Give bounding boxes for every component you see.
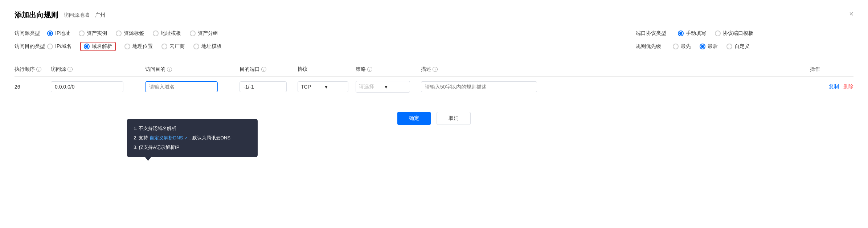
tooltip-item-3: 3. 仅支持A记录解析IP (134, 143, 251, 152)
divider (15, 60, 853, 60)
cancel-button[interactable]: 取消 (437, 112, 471, 125)
radio-label-dest-geo: 地理位置 (132, 43, 153, 50)
radio-priority-custom[interactable]: 自定义 (726, 43, 750, 50)
radio-label-dest-domain-resolve: 域名解析 (92, 43, 112, 50)
radio-source-resource-tag[interactable]: 资源标签 (116, 30, 144, 37)
radio-circle-dest-domain-resolve (84, 44, 90, 49)
radio-circle-priority-first (673, 44, 679, 49)
table-row: 26 TCP ▼ 请选择 ▼ (15, 77, 853, 97)
form-row-dest-type: 访问目的类型 IP/域名 域名解析 地理位置 (15, 42, 853, 51)
radio-dest-geo[interactable]: 地理位置 (124, 43, 153, 50)
td-order: 26 (15, 84, 51, 90)
th-order-label: 执行顺序 (15, 66, 35, 73)
radio-label-priority-last: 最后 (708, 43, 718, 50)
dialog-header: 添加出向规则 访问源地域 广州 × (15, 10, 853, 20)
radio-circle-resource-tag (116, 30, 122, 36)
priority-label: 规则优先级 (636, 43, 661, 50)
radio-circle-priority-custom (726, 44, 732, 49)
th-port: 目的端口 i (239, 66, 298, 73)
radio-label-address-template: 地址模板 (161, 30, 181, 37)
radio-label-port-manual: 手动填写 (686, 30, 706, 37)
radio-source-ip[interactable]: IP地址 (47, 30, 70, 37)
subtitle-label: 访问源地域 (64, 12, 89, 19)
dest-type-radio-group: IP/域名 域名解析 地理位置 云厂商 (47, 42, 222, 51)
th-order: 执行顺序 i (15, 66, 51, 73)
radio-dest-cloud-vendor[interactable]: 云厂商 (161, 43, 185, 50)
port-info-icon[interactable]: i (261, 67, 266, 72)
subtitle-value: 广州 (95, 12, 105, 19)
tooltip-box: 1. 不支持泛域名解析 2. 支持 自定义解析DNS，默认为腾讯云DNS 3. … (127, 119, 258, 157)
td-source (51, 81, 145, 92)
source-type-radio-group: IP地址 资产实例 资源标签 地址模板 资产分组 (47, 30, 218, 37)
th-proto-label: 协议 (298, 66, 308, 73)
port-input[interactable] (239, 81, 287, 92)
radio-label-priority-first: 最先 (681, 43, 691, 50)
dest-input[interactable] (145, 81, 218, 92)
radio-label-asset-instance: 资产实例 (87, 30, 107, 37)
radio-priority-first[interactable]: 最先 (673, 43, 691, 50)
radio-label-asset-group: 资产分组 (198, 30, 218, 37)
td-desc (421, 81, 810, 92)
radio-circle-asset-group (190, 30, 196, 36)
th-strategy-label: 策略 (356, 66, 366, 73)
th-port-label: 目的端口 (239, 66, 260, 73)
radio-label-dest-ip-domain: IP/域名 (55, 43, 71, 50)
delete-link[interactable]: 删除 (843, 84, 853, 90)
radio-circle-dest-address-template (193, 44, 199, 49)
copy-link[interactable]: 复制 (829, 84, 839, 90)
protocol-select[interactable]: TCP ▼ (298, 81, 348, 92)
radio-circle-ip (47, 30, 53, 36)
priority-radio-group: 最先 最后 自定义 (673, 43, 750, 50)
radio-source-asset-group[interactable]: 资产分组 (190, 30, 218, 37)
radio-dest-ip-domain[interactable]: IP/域名 (47, 43, 71, 50)
th-desc: 描述 i (421, 66, 810, 73)
dest-type-label: 访问目的类型 (15, 43, 47, 50)
td-proto: TCP ▼ (298, 81, 356, 92)
dialog-title: 添加出向规则 (15, 10, 58, 20)
radio-circle-port-manual (678, 30, 684, 36)
table-header: 执行顺序 i 访问源 i 访问目的 i 目的端口 i 协议 策略 i (15, 66, 853, 77)
strategy-value: 请选择 (359, 84, 382, 90)
td-action: 复制 删除 (810, 84, 853, 90)
th-dest-label: 访问目的 (145, 66, 165, 73)
dialog-container: 添加出向规则 访问源地域 广州 × 访问源类型 IP地址 资产实例 资源标 (0, 0, 868, 228)
th-action-label: 操作 (810, 66, 820, 73)
close-button[interactable]: × (849, 10, 853, 17)
th-desc-label: 描述 (421, 66, 431, 73)
order-info-icon[interactable]: i (36, 67, 41, 72)
desc-info-icon[interactable]: i (433, 67, 438, 72)
td-strategy: 请选择 ▼ (356, 81, 421, 93)
radio-label-dest-address-template: 地址模板 (201, 43, 222, 50)
source-info-icon[interactable]: i (67, 67, 73, 72)
strategy-arrow-icon: ▼ (384, 84, 407, 90)
form-section: 访问源类型 IP地址 资产实例 资源标签 地址模板 (15, 30, 853, 51)
radio-dest-domain-resolve[interactable]: 域名解析 (80, 42, 116, 51)
td-dest (145, 81, 239, 92)
strategy-info-icon[interactable]: i (367, 67, 372, 72)
order-value: 26 (15, 84, 20, 90)
radio-circle-address-template (153, 30, 159, 36)
tooltip-dns-link[interactable]: 自定义解析DNS (150, 135, 188, 141)
radio-priority-last[interactable]: 最后 (700, 43, 718, 50)
radio-circle-dest-ip-domain (47, 44, 53, 49)
confirm-button[interactable]: 确定 (397, 112, 431, 125)
radio-circle-asset-instance (79, 30, 85, 36)
radio-label-port-template: 协议端口模板 (723, 30, 753, 37)
port-proto-label: 端口协议类型 (636, 30, 666, 37)
strategy-select[interactable]: 请选择 ▼ (356, 81, 410, 93)
dest-info-icon[interactable]: i (167, 67, 172, 72)
radio-source-address-template[interactable]: 地址模板 (153, 30, 181, 37)
radio-label-priority-custom: 自定义 (734, 43, 750, 50)
radio-port-template[interactable]: 协议端口模板 (715, 30, 753, 37)
radio-port-manual[interactable]: 手动填写 (678, 30, 706, 37)
desc-input[interactable] (421, 81, 537, 92)
th-proto: 协议 (298, 66, 356, 73)
radio-label-dest-cloud-vendor: 云厂商 (169, 43, 185, 50)
source-input[interactable] (51, 81, 123, 92)
protocol-value: TCP (301, 84, 322, 90)
radio-circle-port-template (715, 30, 721, 36)
th-source-label: 访问源 (51, 66, 66, 73)
radio-source-asset-instance[interactable]: 资产实例 (79, 30, 107, 37)
radio-circle-dest-geo (124, 44, 130, 49)
radio-dest-address-template[interactable]: 地址模板 (193, 43, 222, 50)
